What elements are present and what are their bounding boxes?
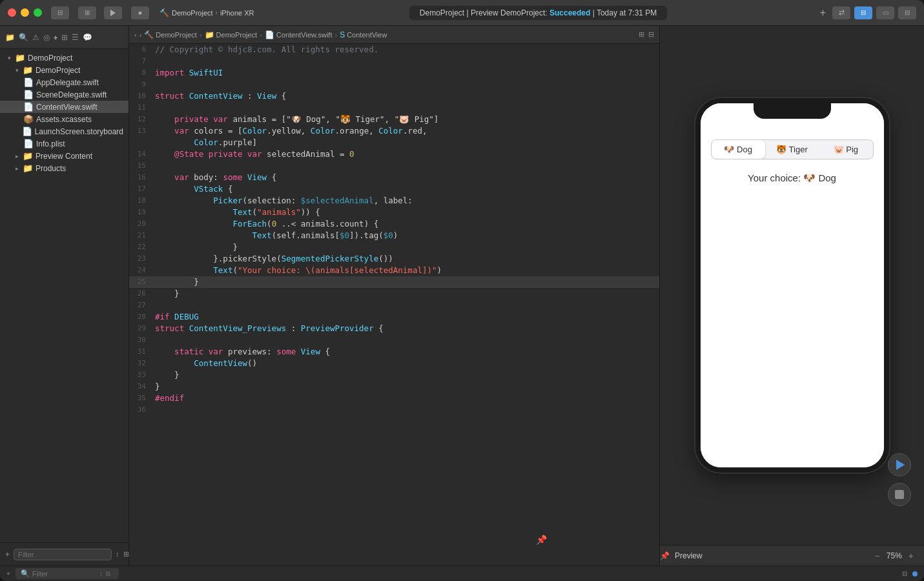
- bottom-right: ⊟: [902, 570, 918, 577]
- picker-option-pig[interactable]: 🐷 Pig: [819, 140, 872, 159]
- layout-btn-1[interactable]: ⊟: [854, 6, 872, 19]
- picker-option-dog[interactable]: 🐶 Dog: [712, 140, 765, 159]
- play-icon: [110, 10, 116, 16]
- line-number: 30: [129, 334, 152, 346]
- back-button[interactable]: ‹: [134, 31, 137, 39]
- sidebar-item-contentview[interactable]: 📄 ContentView.swift: [0, 101, 128, 113]
- sidebar-item-scenedelegate[interactable]: 📄 SceneDelegate.swift: [0, 88, 128, 101]
- grid-icon[interactable]: ⊞: [61, 33, 68, 42]
- folder-icon: 📁: [23, 151, 33, 161]
- navigator-toggle-button[interactable]: ⊞: [78, 6, 96, 19]
- file-tree: ▾ 📁 DemoProject ▾ 📁 DemoProject 📄 AppDel…: [0, 49, 128, 542]
- swift-file-icon: 📄: [23, 90, 34, 99]
- preview-inspect-button[interactable]: [888, 483, 911, 506]
- add-file-button[interactable]: +: [5, 550, 10, 559]
- add-bottom-button[interactable]: +: [6, 570, 10, 577]
- preview-label: Preview: [675, 551, 703, 560]
- zoom-out-button[interactable]: −: [872, 551, 883, 561]
- layout-btn-2[interactable]: ▭: [876, 6, 894, 19]
- line-number: 31: [129, 346, 152, 358]
- breadcrumb-contentview-symbol[interactable]: S ContentView: [340, 30, 387, 39]
- code-line: 12 private var animals = ["🐶 Dog", "🐯 Ti…: [129, 114, 659, 125]
- anchor-button[interactable]: 📌: [536, 535, 547, 545]
- line-content: struct ContentView_Previews : PreviewPro…: [152, 323, 659, 334]
- forward-button[interactable]: ›: [139, 31, 142, 39]
- layout-btn-3[interactable]: ⊟: [898, 6, 916, 19]
- build-status: DemoProject | Preview DemoProject: Succe…: [409, 6, 668, 20]
- report-icon[interactable]: 💬: [83, 33, 92, 42]
- code-line: 36: [129, 404, 659, 416]
- segmented-picker[interactable]: 🐶 Dog 🐯 Tiger 🐷 Pig: [711, 139, 874, 159]
- code-line: 24 Text("Your choice: \(animals[selected…: [129, 265, 659, 276]
- sidebar-item-demoproject[interactable]: ▾ 📁 DemoProject: [0, 64, 128, 76]
- code-line: Color.purple]: [129, 137, 659, 148]
- sidebar-item-root[interactable]: ▾ 📁 DemoProject: [0, 52, 128, 64]
- sidebar-item-launchscreen[interactable]: 📄 LaunchScreen.storyboard: [0, 125, 128, 138]
- chevron-down-icon: ▾: [15, 67, 19, 74]
- code-line: 28 #if DEBUG: [129, 311, 659, 323]
- maximize-button[interactable]: [34, 8, 42, 17]
- code-line: 34 }: [129, 381, 659, 392]
- grid-view-icon[interactable]: ⊞: [123, 550, 129, 558]
- line-content: #if DEBUG: [152, 311, 659, 323]
- preview-side-buttons: [888, 453, 911, 506]
- code-line: 8 import SwiftUI: [129, 67, 659, 79]
- line-number: 20: [129, 218, 152, 230]
- traffic-lights: [8, 8, 42, 17]
- breakpoint-icon[interactable]: ☰: [72, 33, 79, 42]
- status-succeeded: Succeeded: [549, 8, 590, 17]
- zoom-level: 75%: [887, 551, 902, 560]
- editor-options-button[interactable]: ⊞: [639, 30, 644, 39]
- zoom-in-button[interactable]: +: [906, 551, 916, 561]
- line-number: 13: [129, 125, 152, 137]
- sort-icon[interactable]: ↕: [116, 550, 119, 558]
- breadcrumb-contentview-file[interactable]: 📄 ContentView.swift: [265, 30, 333, 39]
- picker-option-tiger[interactable]: 🐯 Tiger: [765, 140, 819, 159]
- swap-editors-button[interactable]: ⇄: [832, 6, 850, 19]
- line-number: 22: [129, 241, 152, 253]
- close-button[interactable]: [8, 8, 16, 17]
- editor-area: ‹ › 🔨 DemoProject › 📁 DemoProject › 📄: [129, 26, 659, 566]
- code-line: 19 Text("animals")) {: [129, 207, 659, 218]
- warning-icon[interactable]: ⚠: [32, 33, 39, 42]
- line-content: VStack {: [152, 183, 659, 195]
- inspector-toggle-button[interactable]: ⊟: [648, 30, 654, 39]
- line-content: import SwiftUI: [152, 67, 659, 79]
- line-number: 7: [129, 56, 152, 67]
- bottom-filter-input[interactable]: [32, 570, 97, 578]
- filter-input[interactable]: [14, 549, 112, 560]
- bottom-view-icon[interactable]: ⊟: [902, 570, 907, 577]
- code-line: 6 // Copyright © hdjc8.com. All rights r…: [129, 44, 659, 56]
- bookmark-icon[interactable]: ♦: [54, 33, 57, 42]
- chevron-down-icon: ▾: [8, 55, 11, 61]
- filter-type-icon[interactable]: ⊞: [105, 570, 110, 577]
- code-line: 18 Picker(selection: $selectedAnimal, la…: [129, 195, 659, 207]
- run-button[interactable]: [104, 6, 122, 19]
- code-line: 14 @State private var selectedAnimal = 0: [129, 148, 659, 160]
- sidebar-item-preview-content[interactable]: ▸ 📁 Preview Content: [0, 150, 128, 162]
- sidebar-item-infoplist[interactable]: 📄 Info.plist: [0, 138, 128, 150]
- plist-icon: 📄: [23, 139, 34, 148]
- sidebar-item-products[interactable]: ▸ 📁 Products: [0, 162, 128, 174]
- preview-play-button[interactable]: [888, 453, 911, 476]
- sidebar-item-appdelegate[interactable]: 📄 AppDelegate.swift: [0, 76, 128, 88]
- breadcrumb-demoproject-group[interactable]: 📁 DemoProject: [205, 30, 258, 39]
- editor-toolbar-right: ⊞ ⊟: [639, 30, 654, 39]
- add-editor-button[interactable]: +: [817, 7, 828, 19]
- breadcrumb-separator: ›: [260, 31, 262, 39]
- sidebar-toggle-button[interactable]: ⊟: [51, 6, 69, 19]
- scheme-selector[interactable]: 🔨 DemoProject › iPhone XR: [154, 7, 260, 19]
- struct-icon: S: [340, 30, 345, 39]
- line-content: #endif: [152, 392, 659, 404]
- stop-button[interactable]: ■: [131, 6, 149, 19]
- search-icon[interactable]: 🔍: [19, 33, 28, 42]
- filter-options-icon[interactable]: ↕: [99, 570, 103, 577]
- minimize-button[interactable]: [21, 8, 29, 17]
- git-icon[interactable]: ◎: [43, 33, 50, 42]
- breadcrumb-demoproject-folder[interactable]: 🔨 DemoProject: [144, 30, 197, 39]
- line-content: Text("animals")) {: [152, 207, 659, 218]
- sidebar-item-assets[interactable]: 📦 Assets.xcassets: [0, 113, 128, 125]
- choice-text: Your choice: 🐶 Dog: [701, 172, 884, 184]
- code-line: 29 struct ContentView_Previews : Preview…: [129, 323, 659, 334]
- folder-icon[interactable]: 📁: [5, 33, 15, 42]
